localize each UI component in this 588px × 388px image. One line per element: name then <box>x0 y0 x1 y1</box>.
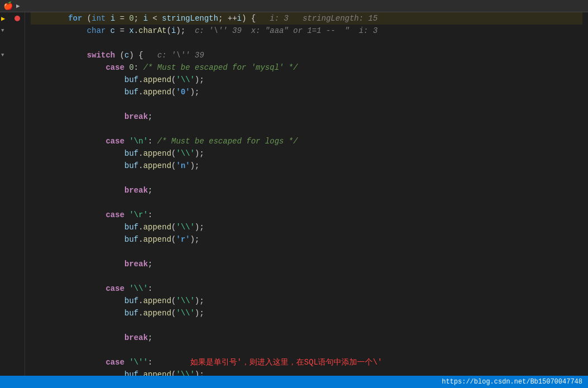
space-n <box>124 135 129 147</box>
dot9: . <box>138 368 143 376</box>
colon-sq: : <box>148 356 190 368</box>
code-line-18: buf.append('\\'); <box>31 221 582 233</box>
char-n: '\n' <box>129 135 148 147</box>
gutter-line-5 <box>0 61 25 74</box>
assign: = <box>115 25 129 37</box>
breakpoint-dot[interactable] <box>15 16 20 21</box>
indent-buf5 <box>31 221 124 233</box>
char-r: '\r' <box>129 209 148 221</box>
fn-append3: append <box>143 147 171 160</box>
code-line-21: break; <box>31 258 582 270</box>
close9: ); <box>195 368 204 376</box>
kw-case-n: case <box>105 135 124 147</box>
close5: ); <box>195 221 204 233</box>
fn-charat: charAt <box>138 25 166 37</box>
app-logo: 🍎 <box>3 1 13 11</box>
code-line-7: buf.append('0'); <box>31 86 582 98</box>
fn-append6: append <box>143 233 171 246</box>
code-line-28 <box>31 344 582 356</box>
fn-append4: append <box>143 160 171 172</box>
debug-c: c: '\'' 39 x: "aaa" or 1=1 -- " i: 3 <box>195 25 378 37</box>
var-i3: i <box>237 12 242 25</box>
var-buf4: buf <box>124 160 138 172</box>
code-line-4: switch (c) { c: '\'' 39 <box>31 49 582 61</box>
dot2: . <box>138 86 143 98</box>
colon0: : <box>134 61 143 74</box>
code-line-23: case '\\': <box>31 282 582 295</box>
code-line-26 <box>31 319 582 332</box>
indent-case-n <box>31 135 105 147</box>
indent-break1 <box>31 111 124 123</box>
gutter-line-29 <box>0 356 25 368</box>
var-buf7: buf <box>124 295 138 307</box>
indent-buf4 <box>31 160 124 172</box>
gutter-line-8 <box>0 98 25 111</box>
code-line-14 <box>31 172 582 184</box>
indent-for <box>31 12 68 25</box>
paren1: ( <box>171 74 176 86</box>
fold-icon-4[interactable]: ▼ <box>1 52 4 58</box>
indent-buf6 <box>31 233 124 246</box>
indent-break3 <box>31 258 124 270</box>
gutter-line-20 <box>0 246 25 258</box>
paren8: ( <box>171 307 176 319</box>
var-buf3: buf <box>124 147 138 160</box>
indent-buf7 <box>31 295 124 307</box>
code-line-30: buf.append('\\'); <box>31 368 582 376</box>
code-line-13: buf.append('n'); <box>31 160 582 172</box>
indent-char <box>31 25 87 37</box>
dot: . <box>134 25 138 37</box>
indent-switch <box>31 49 87 61</box>
gutter-line-2: ▼ <box>0 25 25 37</box>
dot4: . <box>138 160 143 172</box>
close7: ); <box>195 295 204 307</box>
num-case0: 0 <box>129 61 133 74</box>
paren7: ( <box>171 295 176 307</box>
gutter-line-3 <box>0 37 25 49</box>
code-line-27: break; <box>31 332 582 344</box>
fn-append2: append <box>143 86 171 98</box>
brace-open: ) { <box>242 12 269 25</box>
code-area: ▶ ▼ ▼ <box>0 12 588 376</box>
gutter-line-13 <box>0 160 25 172</box>
close3: ); <box>195 147 204 160</box>
var-buf2: buf <box>124 86 138 98</box>
dot7: . <box>138 295 143 307</box>
debug-icon[interactable]: ▶ <box>16 2 20 9</box>
dot5: . <box>138 221 143 233</box>
code-line-15: break; <box>31 184 582 197</box>
semi1: ; <box>134 12 143 25</box>
code-line-17: case '\r': <box>31 209 582 221</box>
close2: ); <box>190 86 200 98</box>
kw-break2: break <box>124 184 148 197</box>
kw-case0: case <box>105 61 124 74</box>
char-sq: '\'' <box>129 356 148 368</box>
space2 <box>105 25 110 37</box>
gutter-line-14 <box>0 172 25 184</box>
semi-break2: ; <box>148 184 152 197</box>
kw-case-sq: case <box>105 356 124 368</box>
space-0 <box>124 61 129 74</box>
paren-open: ( <box>167 25 171 37</box>
gutter-line-24 <box>0 295 25 307</box>
bottom-url: https://blog.csdn.net/Bb15070047748 <box>442 378 582 386</box>
fold-icon[interactable]: ▼ <box>1 28 4 33</box>
space <box>105 12 110 25</box>
close4: ); <box>190 160 200 172</box>
indent-case0 <box>31 61 105 74</box>
var-buf6: buf <box>124 233 138 246</box>
code-line-11: case '\n': /* Must be escaped for logs *… <box>31 135 582 147</box>
indent-buf1 <box>31 74 124 86</box>
code-line-6: buf.append('\\'); <box>31 74 582 86</box>
kw-break4: break <box>124 332 148 344</box>
paren-close: ); <box>176 25 195 37</box>
char-n-blue: 'n' <box>176 160 190 172</box>
code-line-20 <box>31 246 582 258</box>
fn-append1: append <box>143 74 171 86</box>
indent-case-bs <box>31 282 105 295</box>
gutter-line-18 <box>0 221 25 233</box>
space-bs <box>124 282 129 295</box>
var-buf8: buf <box>124 307 138 319</box>
var-c: c <box>110 25 115 37</box>
type-int: int <box>91 12 105 25</box>
